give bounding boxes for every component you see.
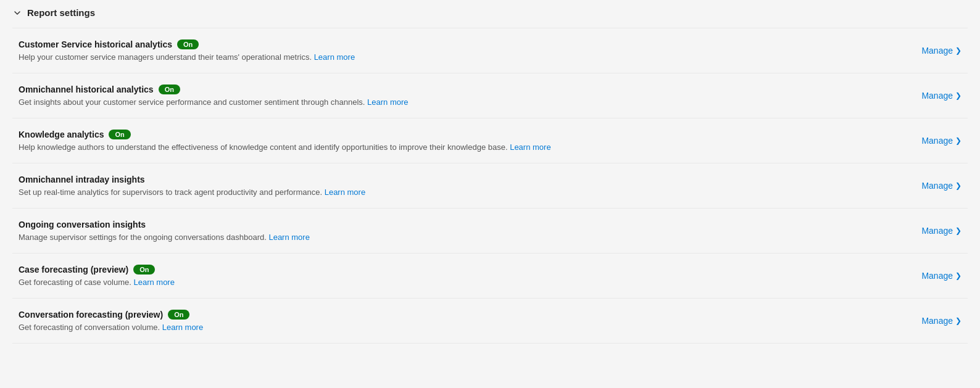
setting-desc-customer-service-historical: Help your customer service managers unde… [19, 52, 909, 62]
setting-desc-knowledge-analytics: Help knowledge authors to understand the… [19, 142, 909, 152]
learn-more-link-customer-service-historical[interactable]: Learn more [314, 52, 355, 62]
setting-description-text-knowledge-analytics: Help knowledge authors to understand the… [19, 142, 510, 152]
settings-list: Customer Service historical analyticsOnH… [12, 28, 968, 344]
manage-label-omnichannel-historical: Manage [921, 91, 953, 101]
setting-title-row-ongoing-conversation: Ongoing conversation insights [19, 220, 909, 229]
setting-desc-conversation-forecasting: Get forecasting of conversation volume. … [19, 322, 909, 332]
manage-button-case-forecasting[interactable]: Manage❯ [909, 271, 961, 281]
manage-label-customer-service-historical: Manage [921, 46, 953, 56]
manage-chevron-icon-customer-service-historical: ❯ [955, 46, 961, 55]
manage-chevron-icon-omnichannel-historical: ❯ [955, 91, 961, 100]
manage-button-omnichannel-historical[interactable]: Manage❯ [909, 91, 961, 101]
setting-title-row-omnichannel-historical: Omnichannel historical analyticsOn [19, 85, 909, 94]
learn-more-link-ongoing-conversation[interactable]: Learn more [268, 233, 309, 242]
manage-chevron-icon-omnichannel-intraday: ❯ [955, 181, 961, 190]
setting-row-omnichannel-intraday: Omnichannel intraday insightsSet up real… [12, 163, 968, 208]
setting-row-omnichannel-historical: Omnichannel historical analyticsOnGet in… [12, 73, 968, 118]
on-badge-case-forecasting: On [133, 265, 155, 274]
setting-description-text-customer-service-historical: Help your customer service managers unde… [19, 52, 314, 62]
learn-more-link-conversation-forecasting[interactable]: Learn more [162, 323, 203, 332]
manage-button-conversation-forecasting[interactable]: Manage❯ [909, 316, 961, 326]
manage-chevron-icon-case-forecasting: ❯ [955, 271, 961, 280]
setting-left-case-forecasting: Case forecasting (preview)OnGet forecast… [19, 265, 909, 287]
setting-desc-case-forecasting: Get forecasting of case volume. Learn mo… [19, 277, 909, 287]
setting-description-text-omnichannel-intraday: Set up real-time analytics for superviso… [19, 188, 325, 197]
setting-description-text-ongoing-conversation: Manage supervisor settings for the ongoi… [19, 233, 268, 242]
setting-description-text-omnichannel-historical: Get insights about your customer service… [19, 97, 367, 107]
setting-left-omnichannel-intraday: Omnichannel intraday insightsSet up real… [19, 175, 909, 197]
setting-row-conversation-forecasting: Conversation forecasting (preview)OnGet … [12, 299, 968, 344]
learn-more-link-case-forecasting[interactable]: Learn more [133, 278, 174, 287]
setting-row-customer-service-historical: Customer Service historical analyticsOnH… [12, 28, 968, 73]
on-badge-knowledge-analytics: On [109, 130, 130, 139]
setting-left-ongoing-conversation: Ongoing conversation insightsManage supe… [19, 220, 909, 242]
setting-row-knowledge-analytics: Knowledge analyticsOnHelp knowledge auth… [12, 118, 968, 163]
setting-name-customer-service-historical: Customer Service historical analytics [19, 39, 172, 49]
setting-name-ongoing-conversation: Ongoing conversation insights [19, 220, 146, 229]
manage-chevron-icon-ongoing-conversation: ❯ [955, 226, 961, 235]
setting-title-row-knowledge-analytics: Knowledge analyticsOn [19, 130, 909, 139]
on-badge-customer-service-historical: On [177, 39, 199, 49]
setting-row-ongoing-conversation: Ongoing conversation insightsManage supe… [12, 208, 968, 254]
section-header[interactable]: Report settings [12, 7, 968, 18]
setting-left-customer-service-historical: Customer Service historical analyticsOnH… [19, 39, 909, 62]
setting-left-omnichannel-historical: Omnichannel historical analyticsOnGet in… [19, 85, 909, 107]
setting-desc-ongoing-conversation: Manage supervisor settings for the ongoi… [19, 232, 909, 242]
on-badge-omnichannel-historical: On [159, 85, 180, 94]
setting-name-omnichannel-intraday: Omnichannel intraday insights [19, 175, 145, 184]
learn-more-link-omnichannel-intraday[interactable]: Learn more [325, 188, 365, 197]
chevron-down-icon [12, 8, 22, 18]
manage-label-knowledge-analytics: Manage [921, 136, 953, 146]
setting-title-row-customer-service-historical: Customer Service historical analyticsOn [19, 39, 909, 49]
setting-left-conversation-forecasting: Conversation forecasting (preview)OnGet … [19, 310, 909, 332]
manage-label-conversation-forecasting: Manage [921, 316, 953, 326]
setting-name-case-forecasting: Case forecasting (preview) [19, 265, 128, 274]
manage-button-knowledge-analytics[interactable]: Manage❯ [909, 136, 961, 146]
page-container: Report settings Customer Service histori… [0, 0, 980, 351]
manage-label-omnichannel-intraday: Manage [921, 181, 953, 191]
section-title: Report settings [27, 7, 95, 18]
manage-label-case-forecasting: Manage [921, 271, 953, 281]
setting-title-row-conversation-forecasting: Conversation forecasting (preview)On [19, 310, 909, 320]
learn-more-link-knowledge-analytics[interactable]: Learn more [510, 142, 550, 152]
learn-more-link-omnichannel-historical[interactable]: Learn more [367, 97, 408, 107]
manage-button-customer-service-historical[interactable]: Manage❯ [909, 46, 961, 56]
setting-left-knowledge-analytics: Knowledge analyticsOnHelp knowledge auth… [19, 130, 909, 152]
manage-button-omnichannel-intraday[interactable]: Manage❯ [909, 181, 961, 191]
setting-title-row-case-forecasting: Case forecasting (preview)On [19, 265, 909, 274]
setting-name-knowledge-analytics: Knowledge analytics [19, 130, 104, 139]
setting-desc-omnichannel-historical: Get insights about your customer service… [19, 97, 909, 107]
on-badge-conversation-forecasting: On [168, 310, 189, 320]
manage-chevron-icon-knowledge-analytics: ❯ [955, 136, 961, 145]
setting-description-text-conversation-forecasting: Get forecasting of conversation volume. [19, 323, 162, 332]
setting-name-omnichannel-historical: Omnichannel historical analytics [19, 85, 154, 94]
manage-button-ongoing-conversation[interactable]: Manage❯ [909, 226, 961, 236]
setting-name-conversation-forecasting: Conversation forecasting (preview) [19, 310, 163, 320]
manage-chevron-icon-conversation-forecasting: ❯ [955, 316, 961, 325]
setting-description-text-case-forecasting: Get forecasting of case volume. [19, 278, 133, 287]
setting-row-case-forecasting: Case forecasting (preview)OnGet forecast… [12, 254, 968, 299]
manage-label-ongoing-conversation: Manage [921, 226, 953, 236]
setting-desc-omnichannel-intraday: Set up real-time analytics for superviso… [19, 187, 909, 197]
setting-title-row-omnichannel-intraday: Omnichannel intraday insights [19, 175, 909, 184]
